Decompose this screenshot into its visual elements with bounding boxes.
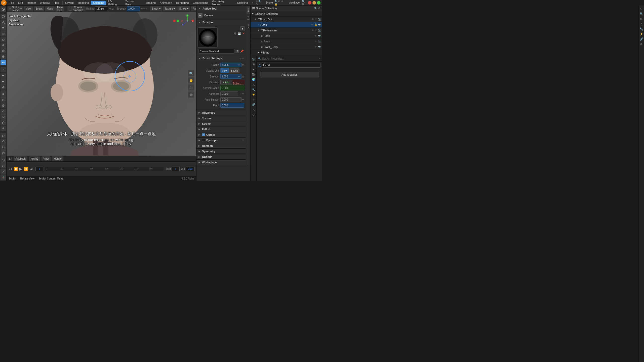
timeline-mode-icon[interactable] [8, 157, 12, 161]
prop-material-tab[interactable]: ⊙ [251, 112, 256, 117]
symmetry-section[interactable]: ▶ Symmetry [196, 149, 246, 154]
strength-input[interactable] [127, 6, 140, 11]
tool-draw-sharp[interactable] [1, 20, 6, 25]
radius-scene-btn[interactable]: Scene [229, 68, 239, 73]
dyntopo-icon-1[interactable]: ≡ [242, 139, 244, 142]
brush-pin-icon[interactable]: 📌 [240, 50, 244, 53]
prop-constraints-tab[interactable]: 🔗 [251, 102, 256, 107]
view-menu-timeline[interactable]: View [42, 156, 51, 161]
jump-start-btn[interactable]: ⏮ [8, 166, 13, 171]
tool-draw-face-sets[interactable] [1, 139, 6, 144]
outliner-references[interactable]: ▼ ⊞ References 👁 ☉ 📷 [251, 28, 322, 33]
back-render[interactable]: 📷 [318, 34, 321, 37]
frame-current-input[interactable] [35, 167, 43, 171]
tab-shading[interactable]: Shading [143, 1, 157, 5]
radius-lock-btn[interactable]: ⊡ [242, 64, 244, 66]
brush-copy-icon[interactable]: ⊕ [234, 32, 236, 35]
brush-settings-icon-2[interactable]: ≡ [242, 57, 244, 60]
playback-menu[interactable]: Playback [14, 156, 27, 161]
outliner-block-out[interactable]: ▼ ⊞ Block Out 👁 ☉ 📷 [251, 17, 322, 22]
step-back-btn[interactable]: ⏪ [13, 166, 18, 171]
head-render[interactable]: 📷 [318, 23, 321, 26]
tool-grab[interactable] [1, 97, 6, 103]
menu-file[interactable]: File [8, 1, 16, 5]
brush-menu[interactable]: Brush ▾ [150, 6, 162, 11]
tool-line-project[interactable] [1, 169, 6, 174]
add-workspace-btn[interactable]: + [250, 1, 255, 5]
tool-box-hide[interactable] [1, 157, 6, 163]
outliner-temp[interactable]: ▶ ⊞ Temp [251, 50, 322, 55]
prop-world-tab[interactable]: 🌍 [251, 77, 256, 82]
outliner-scene-collection[interactable]: ▼ ⊞ Scene Collection [251, 11, 322, 17]
win-max-btn[interactable] [317, 1, 320, 5]
prop-object-tab[interactable]: △ [251, 82, 256, 87]
view-menu[interactable]: View [24, 6, 33, 11]
prop-scene-tab[interactable]: 🎬 [251, 72, 256, 77]
menu-render[interactable]: Render [25, 1, 38, 5]
tab-uv-editing[interactable]: UV Editing [106, 0, 123, 6]
viewport[interactable]: ✛ Front Orthographic (1) Head Centimeter… [7, 12, 196, 156]
front-render[interactable]: 📷 [318, 40, 321, 43]
tab-sculpting[interactable]: Sculpting [91, 1, 106, 5]
brush-settings-icon-1[interactable]: ⊙ [239, 57, 242, 60]
brush-preview[interactable] [197, 27, 218, 48]
subtract-direction-btn[interactable]: — Subtr... [233, 80, 244, 84]
texture-section[interactable]: ▶ Texture [196, 115, 246, 121]
remesh-section[interactable]: ▶ Remesh [196, 143, 246, 149]
outliner-options-icon[interactable]: ⚙ [318, 7, 320, 10]
tab-rendering[interactable]: Rendering [174, 1, 191, 5]
tab-compositing[interactable]: Compositing [191, 1, 210, 5]
win-close-btn[interactable] [308, 1, 311, 5]
tool-paint-mask[interactable] [1, 150, 6, 156]
refs-vis[interactable]: 👁 [312, 29, 314, 32]
orbit-btn[interactable]: 🎥 [188, 84, 194, 90]
outliner-filter-icon[interactable]: 🔍 [314, 7, 317, 10]
radius-view-btn[interactable]: View [220, 68, 229, 73]
back-vis[interactable]: 👁 [315, 34, 317, 37]
hardness-link-icon[interactable]: ↔ [239, 93, 242, 95]
brushes-header[interactable]: ▼ Brushes [196, 19, 246, 25]
n-tab-tool[interactable]: Tool [247, 15, 250, 22]
tool-flatten[interactable] [1, 73, 6, 78]
prop-physics-tab[interactable]: ⚛ [251, 97, 256, 102]
zoom-btn[interactable]: 🔍 [188, 70, 194, 76]
strength-edit-icon[interactable]: ✏ [141, 7, 143, 10]
strength-minus-icon[interactable]: − [146, 7, 147, 10]
win-min-btn[interactable] [312, 1, 316, 5]
add-modifier-btn[interactable]: Add Modifier [260, 72, 319, 77]
tool-transform[interactable] [1, 174, 6, 180]
tab-geometry-nodes[interactable]: Geometry Nodes [210, 0, 235, 6]
auto-smooth-value[interactable]: 0.000 [220, 97, 242, 102]
tool-crease[interactable] [1, 60, 6, 65]
strength-add-icon[interactable]: + [143, 7, 145, 10]
tool-elastic-grab[interactable] [1, 103, 6, 108]
block-out-sel[interactable]: ☉ [315, 18, 317, 21]
front-vis[interactable]: 👁 [315, 40, 317, 43]
frame-start-input[interactable] [172, 167, 180, 171]
pinch-value[interactable]: 0.500 [220, 103, 244, 108]
prop-output-tab[interactable]: 🖥 [251, 62, 256, 67]
fb-vis[interactable]: 👁 [315, 46, 317, 48]
sculpt-menu[interactable]: Sculpt [34, 6, 44, 11]
brush-name-btn[interactable]: Crease Standard [67, 6, 86, 11]
stroke-section[interactable]: ▶ Stroke [196, 121, 246, 126]
strength-lock-btn[interactable]: ⊡ [242, 75, 244, 78]
brush-settings-header[interactable]: ▼ Brush Settings ⊙ ≡ [196, 55, 246, 61]
n-tab-view[interactable]: View [247, 22, 250, 30]
tool-blob[interactable] [1, 54, 6, 59]
step-fwd-btn[interactable]: ⏩ [23, 166, 28, 171]
tool-layer[interactable] [1, 42, 6, 48]
block-out-render[interactable]: 📷 [318, 18, 321, 21]
face-sets-menu[interactable]: Face Sets [55, 6, 64, 11]
strength-edit-icon[interactable]: ✏ [238, 75, 240, 78]
menu-window[interactable]: Window [38, 1, 52, 5]
tool-inflate[interactable] [1, 48, 6, 54]
jump-end-btn[interactable]: ⏭ [29, 166, 33, 171]
auto-smooth-edit-icon[interactable]: ✏ [242, 98, 244, 101]
tab-modeling[interactable]: Modeling [76, 1, 91, 5]
hardness-value[interactable]: 0.000 [220, 92, 238, 96]
tool-snake-hook[interactable] [1, 109, 6, 114]
tool-smooth[interactable] [1, 67, 6, 72]
texture-menu[interactable]: Texture ▾ [163, 6, 177, 11]
tab-scripting[interactable]: Scripting [235, 1, 250, 5]
